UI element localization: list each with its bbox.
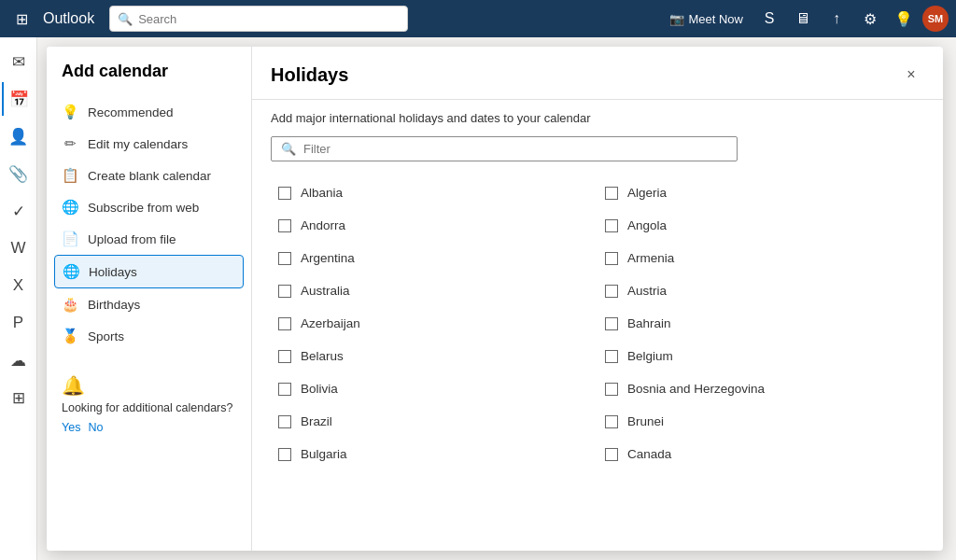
- topbar-right: 📷 Meet Now S 🖥 ↑ ⚙ 💡 SM: [662, 4, 949, 34]
- country-checkbox[interactable]: [278, 219, 291, 232]
- list-item[interactable]: Azerbaijan: [271, 307, 598, 340]
- country-label: Australia: [301, 284, 350, 298]
- list-item[interactable]: Belarus: [271, 340, 598, 372]
- country-label: Bahrain: [627, 316, 671, 330]
- list-item[interactable]: Brazil: [271, 405, 598, 438]
- list-item[interactable]: Argentina: [271, 242, 598, 274]
- file-icon: 📄: [62, 231, 78, 247]
- sidebar-item-recommended[interactable]: 💡 Recommended: [47, 96, 251, 128]
- nav-calendar[interactable]: 📅: [2, 82, 35, 116]
- list-item[interactable]: Andorra: [271, 209, 598, 242]
- nav-word[interactable]: W: [2, 231, 35, 265]
- search-icon: 🔍: [118, 12, 133, 26]
- sidebar-item-holidays[interactable]: 🌐 Holidays: [54, 255, 244, 288]
- country-checkbox[interactable]: [278, 187, 291, 200]
- country-label: Austria: [627, 284, 667, 298]
- country-label: Algeria: [627, 186, 667, 200]
- country-checkbox[interactable]: [278, 285, 291, 298]
- country-label: Brazil: [301, 414, 332, 428]
- country-checkbox[interactable]: [278, 252, 291, 265]
- help-icon[interactable]: 💡: [889, 4, 919, 34]
- country-checkbox[interactable]: [278, 415, 291, 428]
- globe-icon: 🌐: [62, 199, 78, 216]
- modal-sidebar-title: Add calendar: [47, 62, 251, 96]
- country-label: Belgium: [627, 349, 673, 363]
- grid-icon[interactable]: ⊞: [7, 5, 35, 33]
- avatar[interactable]: SM: [922, 6, 949, 32]
- modal-sidebar: Add calendar 💡 Recommended ✏ Edit my cal…: [47, 47, 252, 551]
- sidebar-item-edit-calendars[interactable]: ✏ Edit my calendars: [47, 128, 251, 160]
- modal-subtitle: Add major international holidays and dat…: [252, 100, 943, 133]
- country-checkbox[interactable]: [278, 350, 291, 363]
- nav-powerpoint[interactable]: P: [2, 306, 35, 340]
- country-checkbox[interactable]: [605, 448, 618, 461]
- countries-container[interactable]: Albania Algeria Andorra Angola Argentina…: [252, 173, 943, 551]
- country-label: Albania: [301, 186, 343, 200]
- video-icon: 📷: [669, 12, 684, 26]
- country-checkbox[interactable]: [605, 350, 618, 363]
- modal-main-content: Holidays × Add major international holid…: [252, 47, 943, 551]
- country-label: Armenia: [627, 251, 674, 265]
- country-checkbox[interactable]: [605, 415, 618, 428]
- search-input[interactable]: [138, 12, 400, 26]
- sidebar-item-birthdays[interactable]: 🎂 Birthdays: [47, 288, 251, 320]
- monitor-icon[interactable]: 🖥: [788, 4, 818, 34]
- list-item[interactable]: Brunei: [598, 405, 924, 438]
- modal-close-button[interactable]: ×: [898, 62, 924, 88]
- search-box: 🔍: [109, 6, 408, 32]
- sidebar-item-subscribe-web[interactable]: 🌐 Subscribe from web: [47, 191, 251, 223]
- country-checkbox[interactable]: [605, 317, 618, 330]
- modal-filter: 🔍: [252, 133, 943, 173]
- country-checkbox[interactable]: [278, 317, 291, 330]
- list-item[interactable]: Belgium: [598, 340, 924, 372]
- list-item[interactable]: Austria: [598, 274, 924, 307]
- modal-header: Holidays ×: [252, 47, 943, 100]
- country-checkbox[interactable]: [278, 383, 291, 396]
- nav-contacts[interactable]: 👤: [2, 119, 35, 153]
- sidebar-footer: 🔔 Looking for additional calendars? Yes …: [47, 367, 251, 441]
- country-checkbox[interactable]: [605, 187, 618, 200]
- sidebar-footer-links: Yes No: [62, 421, 236, 434]
- nav-files[interactable]: 📎: [2, 157, 35, 190]
- left-nav: ✉ 📅 👤 📎 ✓ W X P ☁ ⊞: [0, 37, 37, 560]
- nav-apps[interactable]: ⊞: [2, 381, 35, 414]
- sidebar-item-create-blank[interactable]: 📋 Create blank calendar: [47, 160, 251, 191]
- nav-tasks[interactable]: ✓: [2, 194, 35, 228]
- list-item[interactable]: Armenia: [598, 242, 924, 274]
- list-item[interactable]: Bahrain: [598, 307, 924, 340]
- list-item[interactable]: Bulgaria: [271, 438, 598, 470]
- nav-mail[interactable]: ✉: [2, 45, 35, 78]
- settings-icon[interactable]: ⚙: [855, 4, 885, 34]
- nav-onedrive[interactable]: ☁: [2, 343, 35, 377]
- country-checkbox[interactable]: [605, 252, 618, 265]
- list-item[interactable]: Algeria: [598, 176, 924, 209]
- footer-yes-link[interactable]: Yes: [62, 421, 80, 434]
- meet-now-button[interactable]: 📷 Meet Now: [662, 8, 751, 30]
- country-checkbox[interactable]: [278, 448, 291, 461]
- list-item[interactable]: Angola: [598, 209, 924, 242]
- country-checkbox[interactable]: [605, 219, 618, 232]
- main-area: ✉ 📅 👤 📎 ✓ W X P ☁ ⊞ Add calendar 💡 Recom…: [0, 37, 956, 560]
- sidebar-item-sports[interactable]: 🏅 Sports: [47, 320, 251, 352]
- list-item[interactable]: Australia: [271, 274, 598, 307]
- list-item[interactable]: Canada: [598, 438, 924, 470]
- nav-excel[interactable]: X: [2, 269, 35, 302]
- sidebar-item-upload-file[interactable]: 📄 Upload from file: [47, 223, 251, 255]
- country-checkbox[interactable]: [605, 285, 618, 298]
- skype-icon[interactable]: S: [754, 4, 784, 34]
- filter-input[interactable]: [303, 142, 727, 156]
- list-item[interactable]: Bolivia: [271, 372, 598, 405]
- country-checkbox[interactable]: [605, 383, 618, 396]
- country-label: Angola: [627, 218, 667, 232]
- app-logo: Outlook: [43, 10, 94, 27]
- modal-title: Holidays: [271, 64, 348, 86]
- list-item[interactable]: Bosnia and Herzegovina: [598, 372, 924, 405]
- add-calendar-modal: Add calendar 💡 Recommended ✏ Edit my cal…: [47, 47, 943, 551]
- dialog-overlay: Add calendar 💡 Recommended ✏ Edit my cal…: [37, 37, 956, 560]
- feedback-icon[interactable]: ↑: [822, 4, 851, 34]
- holidays-icon: 🌐: [63, 263, 79, 280]
- list-item[interactable]: Albania: [271, 176, 598, 209]
- footer-no-link[interactable]: No: [88, 421, 103, 434]
- filter-search-icon: 🔍: [281, 142, 296, 156]
- country-label: Argentina: [301, 251, 355, 265]
